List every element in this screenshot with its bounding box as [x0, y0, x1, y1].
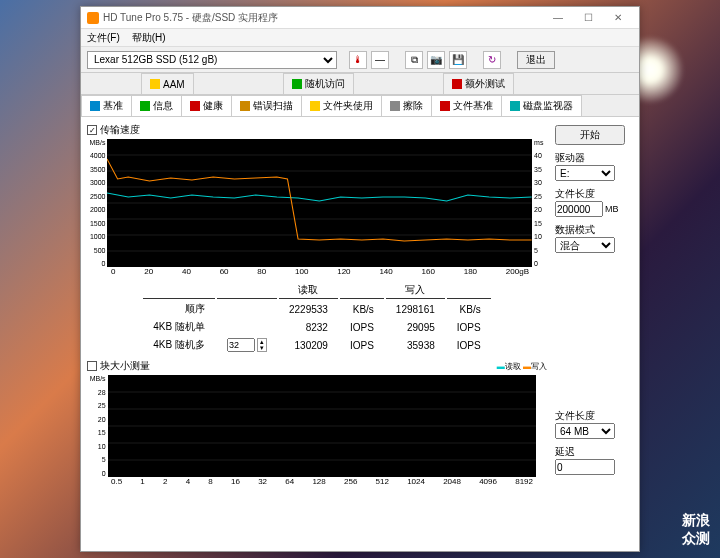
transfer-checkbox[interactable]: ✓ — [87, 125, 97, 135]
chart1-yright: ms4035302520151050 — [532, 139, 547, 267]
results-table: 读取写入 顺序2229533KB/s1298161KB/s 4KB 随机单823… — [141, 280, 492, 355]
section1-title: 传输速度 — [100, 123, 140, 137]
subtab-random[interactable]: 随机访问 — [283, 73, 354, 94]
menu-help[interactable]: 帮助(H) — [132, 31, 166, 45]
section1-header: ✓ 传输速度 — [87, 123, 547, 137]
tool-refresh-icon[interactable]: ↻ — [483, 51, 501, 69]
chart-legend: ▬读取 ▬写入 — [497, 361, 547, 372]
thread-spinner[interactable]: ▴▾ — [227, 338, 267, 352]
scan-icon — [240, 101, 250, 111]
subtab-aam[interactable]: AAM — [141, 73, 194, 94]
filelen2-select[interactable]: 64 MB — [555, 423, 615, 439]
tool-copy-icon[interactable]: ⧉ — [405, 51, 423, 69]
datamode-label: 数据模式 — [555, 223, 633, 237]
latency-input[interactable] — [555, 459, 615, 475]
datamode-select[interactable]: 混合 — [555, 237, 615, 253]
heart-icon — [190, 101, 200, 111]
file-icon — [440, 101, 450, 111]
app-window: HD Tune Pro 5.75 - 硬盘/SSD 实用程序 — ☐ ✕ 文件(… — [80, 6, 640, 552]
filelen-unit: MB — [605, 204, 619, 214]
tab-monitor[interactable]: 磁盘监视器 — [501, 95, 582, 116]
tab-info[interactable]: 信息 — [131, 95, 182, 116]
filelen2-label: 文件长度 — [555, 409, 633, 423]
speaker-icon — [150, 79, 160, 89]
chart1-yleft: MB/s40003500300025002000150010005000 — [87, 139, 107, 267]
chart2-yleft: MB/s282520151050 — [87, 375, 108, 477]
transfer-chart — [107, 139, 532, 267]
temp-icon[interactable]: 🌡 — [349, 51, 367, 69]
random-icon — [292, 79, 302, 89]
toolbar: Lexar 512GB SSD (512 gB) 🌡 — ⧉ 📷 💾 ↻ 退出 — [81, 47, 639, 73]
tabs: 基准 信息 健康 错误扫描 文件夹使用 擦除 文件基准 磁盘监视器 — [81, 95, 639, 117]
watermark-line2: 众测 — [682, 530, 710, 548]
blocksize-chart — [108, 375, 536, 477]
drive-label: 驱动器 — [555, 151, 633, 165]
titlebar[interactable]: HD Tune Pro 5.75 - 硬盘/SSD 实用程序 — ☐ ✕ — [81, 7, 639, 29]
erase-icon — [390, 101, 400, 111]
tab-errorscan[interactable]: 错误扫描 — [231, 95, 302, 116]
temp-dash: — — [371, 51, 389, 69]
tool-screenshot-icon[interactable]: 📷 — [427, 51, 445, 69]
gauge-icon — [90, 101, 100, 111]
drive-letter-select[interactable]: E: — [555, 165, 615, 181]
exit-button[interactable]: 退出 — [517, 51, 555, 69]
menu-file[interactable]: 文件(F) — [87, 31, 120, 45]
maximize-button[interactable]: ☐ — [573, 12, 603, 23]
tab-filebench[interactable]: 文件基准 — [431, 95, 502, 116]
write-line — [107, 159, 532, 241]
latency-label: 延迟 — [555, 445, 633, 459]
close-button[interactable]: ✕ — [603, 12, 633, 23]
section2-title: 块大小测量 — [100, 359, 150, 373]
chart2-xaxis: 0.512481632641282565121024204840968192 — [87, 477, 547, 486]
section2-header: 块大小测量 ▬读取 ▬写入 — [87, 359, 547, 373]
watermark-line1: 新浪 — [682, 512, 710, 530]
menubar: 文件(F) 帮助(H) — [81, 29, 639, 47]
monitor-icon — [510, 101, 520, 111]
tool-save-icon[interactable]: 💾 — [449, 51, 467, 69]
subtabs: AAM 随机访问 额外测试 — [81, 73, 639, 95]
info-icon — [140, 101, 150, 111]
tab-health[interactable]: 健康 — [181, 95, 232, 116]
drive-select[interactable]: Lexar 512GB SSD (512 gB) — [87, 51, 337, 69]
extra-icon — [452, 79, 462, 89]
start-button[interactable]: 开始 — [555, 125, 625, 145]
subtab-extra[interactable]: 额外测试 — [443, 73, 514, 94]
folder-icon — [310, 101, 320, 111]
filelen-label: 文件长度 — [555, 187, 633, 201]
side-panel: 开始 驱动器 E: 文件长度 MB 数据模式 混合 文件长度 64 MB 延迟 — [555, 121, 633, 547]
tab-benchmark[interactable]: 基准 — [81, 95, 132, 116]
chart1-xaxis: 020406080100120140160180200gB — [87, 267, 547, 276]
window-title: HD Tune Pro 5.75 - 硬盘/SSD 实用程序 — [103, 11, 543, 25]
blocksize-checkbox[interactable] — [87, 361, 97, 371]
read-line — [107, 193, 532, 201]
minimize-button[interactable]: — — [543, 12, 573, 23]
app-icon — [87, 12, 99, 24]
tab-folder[interactable]: 文件夹使用 — [301, 95, 382, 116]
filelen-input[interactable] — [555, 201, 603, 217]
tab-erase[interactable]: 擦除 — [381, 95, 432, 116]
